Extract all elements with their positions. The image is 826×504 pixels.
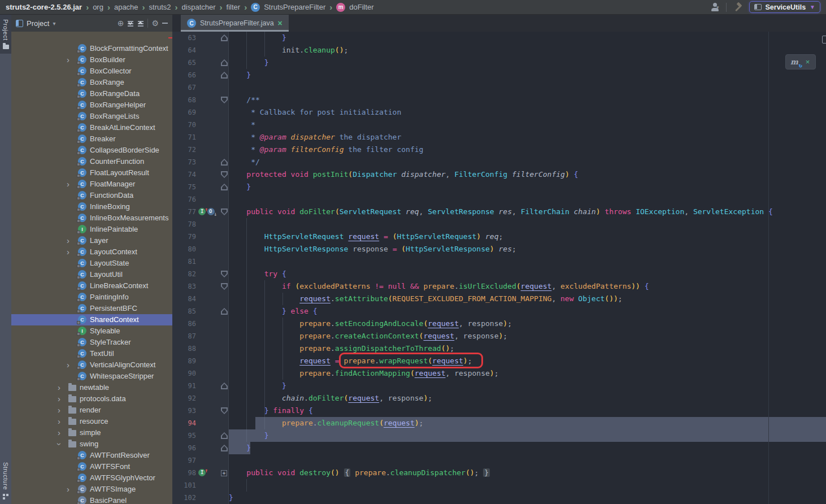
chevron-right-icon[interactable]: › bbox=[67, 247, 69, 257]
tree-item-boxrange[interactable]: CBoxRange bbox=[11, 77, 172, 88]
expand-all-icon[interactable] bbox=[127, 20, 134, 27]
tree-item-blockformattingcontext[interactable]: CBlockFormattingContext bbox=[11, 43, 172, 54]
fold-marker-icon[interactable] bbox=[221, 271, 228, 277]
gutter-line[interactable]: 81 bbox=[172, 255, 229, 268]
gutter-line[interactable]: 89 bbox=[172, 355, 229, 367]
code-line-70[interactable]: * bbox=[229, 119, 255, 131]
breadcrumb-item[interactable]: apache bbox=[114, 3, 138, 11]
code-line-92[interactable]: chain.doFilter(request, response); bbox=[229, 392, 432, 405]
tree-item-awtfontresolver[interactable]: CAWTFontResolver bbox=[11, 450, 172, 461]
gutter-line[interactable]: 80 bbox=[172, 243, 229, 255]
chevron-down-icon[interactable]: › bbox=[54, 443, 64, 446]
gutter-line[interactable]: 74 bbox=[172, 168, 229, 181]
collapse-all-icon[interactable] bbox=[137, 20, 144, 27]
tree-item-counterfunction[interactable]: CCounterFunction bbox=[11, 156, 172, 167]
tool-window-button-project[interactable]: Project bbox=[0, 15, 11, 54]
tree-item-sharedcontext[interactable]: CSharedContext bbox=[11, 314, 172, 325]
gutter-line[interactable]: 93 bbox=[172, 405, 229, 417]
tree-item-inlineboxing[interactable]: CInlineBoxing bbox=[11, 201, 172, 212]
user-menu[interactable]: ▾ bbox=[711, 3, 719, 11]
gutter-line[interactable]: 94 bbox=[172, 417, 229, 429]
close-icon[interactable]: × bbox=[806, 58, 810, 66]
tree-item-awtfsfont[interactable]: CAWTFSFont bbox=[11, 461, 172, 472]
tree-item-layoutcontext[interactable]: ›CLayoutContext bbox=[11, 246, 172, 258]
code-line-84[interactable]: request.setAttribute(REQUEST_EXCLUDED_FR… bbox=[229, 293, 623, 305]
gutter-line[interactable]: 92 bbox=[172, 392, 229, 405]
tab-close-icon[interactable]: × bbox=[278, 19, 282, 27]
gutter-line[interactable]: 90 bbox=[172, 367, 229, 380]
overrides-method-icon[interactable] bbox=[198, 469, 206, 476]
code-line-94[interactable]: prepare.cleanupRequest(request); bbox=[229, 417, 423, 429]
tree-item-boxrangehelper[interactable]: CBoxRangeHelper bbox=[11, 99, 172, 111]
gutter-line[interactable]: 72 bbox=[172, 144, 229, 156]
gutter-line[interactable]: 82 bbox=[172, 268, 229, 280]
tree-item-layer[interactable]: ›CLayer bbox=[11, 235, 172, 246]
gutter-line[interactable]: 63 bbox=[172, 32, 229, 44]
gutter-line[interactable]: 97 bbox=[172, 454, 229, 467]
tree-item-resource[interactable]: ›resource bbox=[11, 416, 172, 427]
tree-item-boxbuilder[interactable]: ›CBoxBuilder bbox=[11, 54, 172, 66]
code-line-79[interactable]: HttpServletRequest request = (HttpServle… bbox=[229, 231, 503, 243]
gutter-line[interactable]: 77 bbox=[172, 206, 229, 218]
breadcrumb-item[interactable]: struts2 bbox=[149, 3, 171, 11]
breadcrumb-item[interactable]: doFilter bbox=[349, 3, 373, 11]
tree-item-boxrangedata[interactable]: CBoxRangeData bbox=[11, 88, 172, 99]
code-line-91[interactable]: } bbox=[229, 380, 286, 392]
tree-item-styletracker[interactable]: CStyleTracker bbox=[11, 337, 172, 348]
fold-marker-icon[interactable] bbox=[221, 59, 228, 66]
fold-marker-icon[interactable] bbox=[221, 383, 228, 389]
code-line-66[interactable]: } bbox=[229, 69, 251, 81]
gutter-line[interactable]: 65 bbox=[172, 57, 229, 69]
fold-marker-icon[interactable] bbox=[221, 432, 228, 439]
tree-item-floatmanager[interactable]: ›CFloatManager bbox=[11, 179, 172, 190]
is-overridden-icon[interactable] bbox=[207, 208, 215, 215]
gutter-line[interactable]: 67 bbox=[172, 81, 229, 94]
tree-item-newtable[interactable]: ›newtable bbox=[11, 382, 172, 393]
breadcrumb-item[interactable]: filter bbox=[227, 3, 241, 11]
tree-item-simple[interactable]: ›simple bbox=[11, 427, 172, 438]
breadcrumb-item[interactable]: StrutsPrepareFilter bbox=[264, 3, 325, 11]
gutter-line[interactable]: 75 bbox=[172, 181, 229, 193]
fold-marker-icon[interactable] bbox=[221, 171, 228, 178]
gutter-line[interactable]: 73 bbox=[172, 156, 229, 168]
tree-item-layoutstate[interactable]: CLayoutState bbox=[11, 258, 172, 269]
tree-item-styleable[interactable]: IStyleable bbox=[11, 325, 172, 337]
fold-marker-icon[interactable] bbox=[221, 97, 228, 103]
fold-marker-icon[interactable] bbox=[221, 407, 228, 414]
fold-marker-icon[interactable] bbox=[221, 283, 228, 290]
code-line-73[interactable]: */ bbox=[229, 156, 260, 168]
code-line-102[interactable]: } bbox=[229, 492, 233, 504]
code-line-74[interactable]: protected void postInit(Dispatcher dispa… bbox=[229, 168, 578, 181]
tree-item-layoututil[interactable]: CLayoutUtil bbox=[11, 269, 172, 280]
code-line-71[interactable]: * @param dispatcher the dispatcher bbox=[229, 131, 401, 144]
tree-item-paintinginfo[interactable]: CPaintingInfo bbox=[11, 292, 172, 303]
tree-item-linebreakcontext[interactable]: CLineBreakContext bbox=[11, 280, 172, 292]
fold-marker-icon[interactable] bbox=[221, 159, 228, 166]
gutter-line[interactable]: 64 bbox=[172, 44, 229, 57]
gutter-line[interactable]: 84 bbox=[172, 293, 229, 305]
build-hammer-icon[interactable] bbox=[733, 3, 742, 12]
code-line-64[interactable]: init.cleanup(); bbox=[229, 44, 348, 57]
code-line-98[interactable]: public void destroy() { prepare.cleanupD… bbox=[229, 467, 490, 479]
chevron-right-icon[interactable]: › bbox=[58, 428, 60, 438]
chevron-right-icon[interactable]: › bbox=[67, 55, 69, 65]
run-configuration-combo[interactable]: ServiceUtils ▼ bbox=[749, 1, 820, 13]
fold-marker-icon[interactable] bbox=[221, 208, 228, 215]
fold-marker-icon[interactable] bbox=[221, 72, 228, 79]
code-line-96[interactable]: } bbox=[229, 442, 251, 454]
project-panel-title[interactable]: Project bbox=[27, 19, 49, 28]
tree-item-persistentbfc[interactable]: CPersistentBFC bbox=[11, 303, 172, 314]
gutter-line[interactable]: 68 bbox=[172, 94, 229, 106]
tree-item-swing[interactable]: ›swing bbox=[11, 438, 172, 450]
fold-marker-icon[interactable] bbox=[221, 184, 228, 190]
chevron-right-icon[interactable]: › bbox=[67, 236, 69, 246]
gutter-line[interactable]: 101 bbox=[172, 479, 229, 492]
gutter-line[interactable]: 66 bbox=[172, 69, 229, 81]
code-line-75[interactable]: } bbox=[229, 181, 251, 193]
chevron-down-icon[interactable]: ▾ bbox=[53, 20, 55, 27]
gutter-line[interactable]: 95 bbox=[172, 429, 229, 442]
code-line-86[interactable]: prepare.setEncodingAndLocale(request, re… bbox=[229, 318, 512, 330]
tree-item-render[interactable]: ›render bbox=[11, 405, 172, 416]
code-line-85[interactable]: } else { bbox=[229, 305, 318, 318]
code-editor[interactable]: 6364656667686970717273747576777879808182… bbox=[172, 32, 826, 504]
